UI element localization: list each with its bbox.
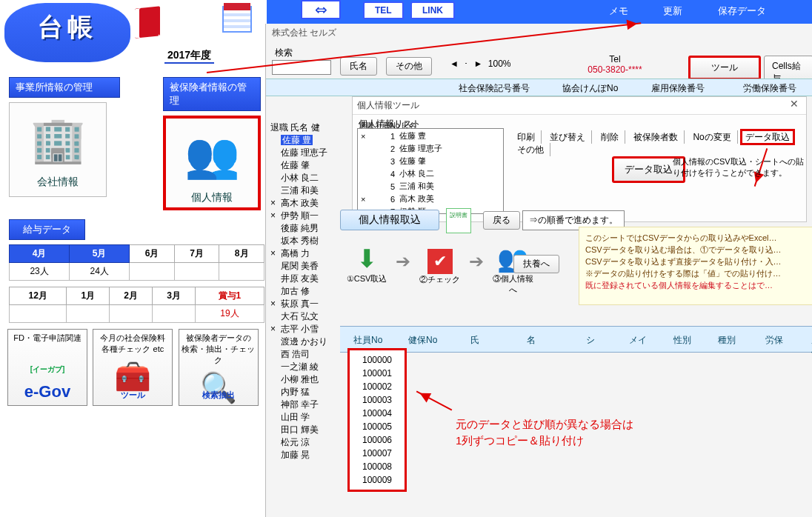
search-label: 検索 [275, 47, 293, 59]
personal-info-tool-window: 個人情報ツール ✕ 個人情報リスト 退職 社員No 氏名 ×1佐藤 豊2佐藤 理… [352, 96, 807, 222]
pit-tab-import[interactable]: データ取込 [740, 129, 795, 145]
name-button[interactable]: 氏名 [340, 57, 377, 76]
list-item[interactable]: 尾関 美香 [270, 260, 345, 273]
sal-th[interactable]: 7月 [174, 245, 219, 263]
menu-update[interactable]: 更新 [663, 5, 682, 16]
list-item[interactable]: 2佐藤 理恵子 [359, 143, 502, 154]
list-item[interactable]: ×6高木 政美 [359, 193, 502, 204]
sal-th[interactable]: 3月 [153, 287, 196, 305]
egov-icon: [イーガブ]e-Gov [8, 363, 87, 401]
sal-td [153, 305, 196, 323]
list-item[interactable]: 大石 弘文 [270, 310, 345, 323]
company-info-button[interactable]: 🏢 会社情報 [9, 102, 107, 197]
zoom-value: 100% [488, 59, 511, 69]
list-item[interactable]: 坂本 秀樹 [270, 235, 345, 247]
list-item[interactable]: ×1佐藤 豊 [359, 130, 502, 141]
arrow-right-icon: ➔ [469, 251, 484, 272]
sal-th[interactable]: 6月 [130, 245, 175, 263]
tool-button[interactable]: ツール [688, 56, 761, 80]
pit-tab-print[interactable]: 印刷 [511, 130, 542, 144]
info-line: 既に登録されている個人情報を編集することはで… [585, 279, 812, 291]
proc-year-value[interactable]: 2017年度 [164, 49, 214, 64]
zoom-controls[interactable]: ◄ ･ ► 100% [448, 59, 513, 69]
pit-tab-sort[interactable]: 並び替え [544, 130, 592, 144]
step-csv[interactable]: ⬇ ①CSV取込 [345, 244, 389, 284]
list-item[interactable]: 4小林 良二 [359, 168, 502, 179]
book-icon[interactable] [135, 6, 160, 39]
list-item[interactable]: 3佐藤 肇 [359, 156, 502, 167]
list-item[interactable]: 加古 修 [270, 285, 345, 298]
list-item[interactable]: 三浦 和美 [270, 184, 345, 197]
salary-table-1: 4月 5月 6月 7月 8月 23人 24人 [9, 244, 264, 281]
tab-tel[interactable]: TEL [363, 1, 404, 19]
other-button[interactable]: その他 [386, 57, 432, 76]
grid-col: メイ [629, 334, 647, 347]
sal-th[interactable]: 1月 [67, 287, 110, 305]
sal-th[interactable]: 4月 [10, 245, 70, 263]
pit-tab-no-change[interactable]: Noの変更 [687, 130, 737, 144]
calendar-icon[interactable] [222, 6, 252, 33]
list-item[interactable]: 渡邊 かおり [270, 336, 345, 348]
pit-list[interactable]: ×1佐藤 豊2佐藤 理恵子3佐藤 肇4小林 良二5三浦 和美×6高木 政美7伊勢… [357, 128, 504, 214]
manual-icon[interactable]: 説明書 [446, 208, 471, 233]
tools-icon: 🧰 [93, 359, 172, 394]
back-button[interactable]: 戻る [483, 211, 520, 230]
list-item[interactable]: ×志平 小雪 [270, 323, 345, 336]
list-item[interactable]: ×高橋 力 [270, 247, 345, 260]
list-item[interactable]: ×荻原 真一 [270, 298, 345, 310]
list-item[interactable]: 小柳 雅也 [270, 373, 345, 386]
col-header: 社会保険記号番号 [459, 82, 530, 95]
list-item[interactable]: ×伊勢 順一 [270, 210, 345, 222]
list-item[interactable]: 神部 幸子 [270, 398, 345, 411]
sal-th[interactable]: 賞与1 [195, 287, 264, 305]
sal-th[interactable]: 12月 [10, 287, 67, 305]
arrow-right-icon: ➔ [396, 251, 410, 272]
name-list[interactable]: 退職 氏名 健 佐藤 豊佐藤 理恵子佐藤 肇小林 良二三浦 和美×高木 政美×伊… [266, 121, 345, 517]
list-item[interactable]: 佐藤 肇 [270, 159, 345, 172]
close-icon[interactable]: ✕ [785, 98, 803, 110]
info-box: このシートではCSVデータからの取り込みやExcel… CSVデータを取り込む場… [579, 227, 812, 305]
tool-label: 被保険者データの [179, 333, 258, 344]
sal-td: 19人 [195, 305, 264, 323]
list-item[interactable]: 田口 輝美 [270, 424, 345, 436]
list-item[interactable]: 内野 猛 [270, 386, 345, 398]
list-item[interactable]: 一之瀬 綾 [270, 361, 345, 373]
menu-memo[interactable]: メモ [609, 5, 628, 16]
list-item[interactable]: 西 浩司 [270, 348, 345, 361]
building-icon: 🏢 [30, 113, 86, 166]
sal-th[interactable]: 8月 [219, 245, 264, 263]
list-item[interactable]: 後藤 純男 [270, 222, 345, 235]
fuyou-button[interactable]: 扶養へ [513, 255, 559, 273]
info-line: CSVデータを取り込む場合は、①でデータを取り込… [585, 244, 812, 256]
nav-arrows-icon[interactable]: ⇔ [301, 0, 341, 19]
list-item[interactable]: 井原 友美 [270, 273, 345, 285]
list-item[interactable]: 山田 学 [270, 411, 345, 424]
annotation-arrow-icon [416, 390, 453, 410]
list-item[interactable]: 佐藤 豊 [270, 134, 345, 147]
menu-saved[interactable]: 保存データ [718, 5, 766, 16]
list-item[interactable]: 佐藤 理恵子 [270, 147, 345, 159]
tools-card[interactable]: 今月の社会保険料 各種チェック etc 🧰 ツール [93, 329, 173, 406]
pit-tab-other[interactable]: その他 [511, 143, 550, 156]
sal-th[interactable]: 2月 [110, 287, 153, 305]
sal-th[interactable]: 5月 [70, 245, 130, 263]
personal-info-button[interactable]: 👥 個人情報 [163, 116, 261, 210]
tab-link[interactable]: LINK [410, 1, 455, 19]
info-line: このシートではCSVデータからの取り込みやExcel… [585, 232, 812, 244]
search-card[interactable]: 被保険者データの 検索・抽出・チェック 🔍 検索抽出 [179, 329, 259, 406]
list-item[interactable]: 加藤 晃 [270, 449, 345, 461]
pit-tab-delete[interactable]: 削除 [595, 130, 625, 144]
step-check[interactable]: ✔ ②チェック [418, 244, 462, 285]
list-item[interactable]: 小林 良二 [270, 172, 345, 184]
list-item[interactable]: 5三浦 和美 [359, 181, 502, 192]
tool-label: FD・電子申請関連 [8, 333, 87, 344]
zoom-prev-icon[interactable]: ◄ [450, 59, 459, 69]
zoom-next-icon[interactable]: ► [474, 59, 483, 69]
pit-tab-count[interactable]: 被保険者数 [628, 130, 685, 144]
egov-card[interactable]: FD・電子申請関連 [イーガブ]e-Gov [7, 329, 87, 406]
insured-block: 被保険者情報の管理 👥 個人情報 [163, 77, 261, 210]
list-item[interactable]: 松元 涼 [270, 436, 345, 449]
list-item[interactable]: ×高木 政美 [270, 197, 345, 210]
office-block: 事業所情報の管理 🏢 会社情報 [9, 77, 120, 197]
grid-col: 健保No [408, 334, 437, 347]
